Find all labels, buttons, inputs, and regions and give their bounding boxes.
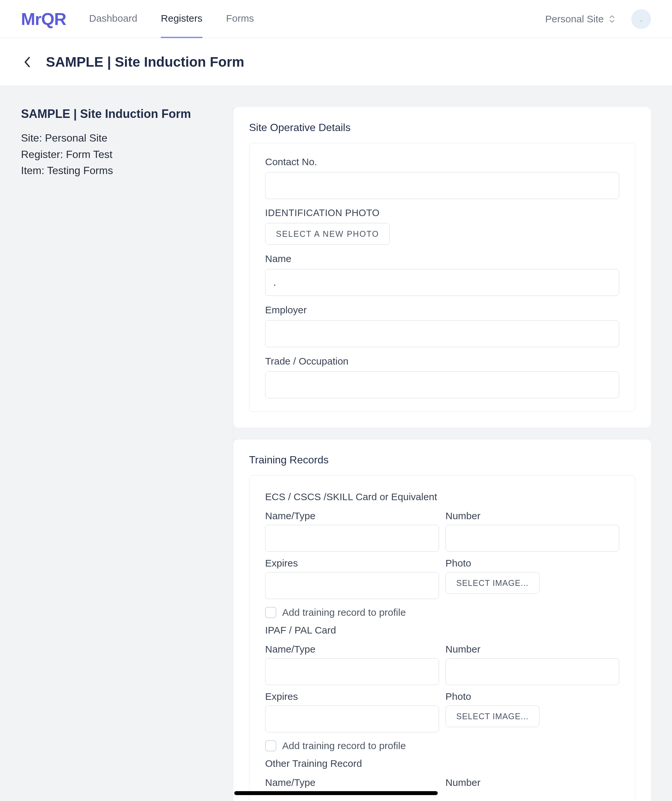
nav-tabs: Dashboard Registers Forms <box>89 0 545 38</box>
label-g0-expires: Expires <box>265 558 439 569</box>
input-trade[interactable] <box>265 372 619 398</box>
input-g1-expires[interactable] <box>265 705 439 732</box>
card-title-operative: Site Operative Details <box>249 122 635 134</box>
panel-training: ECS / CSCS /SKILL Card or Equivalent Nam… <box>249 475 635 801</box>
back-button[interactable] <box>21 56 34 69</box>
label-g1-photo: Photo <box>446 691 619 702</box>
select-image-button-0[interactable]: Select image... <box>446 572 539 594</box>
input-g0-number[interactable] <box>446 525 619 552</box>
form-main: Site Operative Details Contact No. IDENT… <box>233 107 651 801</box>
training-group-heading-0: ECS / CSCS /SKILL Card or Equivalent <box>265 491 619 502</box>
select-image-button-1[interactable]: Select image... <box>446 705 539 727</box>
chevron-up-down-icon <box>608 14 616 24</box>
select-photo-button[interactable]: Select a new photo <box>265 223 390 244</box>
label-name: Name <box>265 253 619 264</box>
label-contact: Contact No. <box>265 156 619 167</box>
input-employer[interactable] <box>265 320 619 347</box>
label-g1-number: Number <box>446 644 619 655</box>
label-employer: Employer <box>265 304 619 315</box>
site-selector[interactable]: Personal Site <box>545 13 616 25</box>
input-name[interactable] <box>265 269 619 296</box>
label-trade: Trade / Occupation <box>265 355 619 367</box>
input-g1-name[interactable] <box>265 658 439 685</box>
home-indicator <box>234 791 438 795</box>
label-g1-expires: Expires <box>265 691 439 702</box>
site-selector-label: Personal Site <box>545 13 604 25</box>
meta-register-label: Register: <box>21 148 63 160</box>
input-contact[interactable] <box>265 172 619 199</box>
top-nav: MrQR Dashboard Registers Forms Personal … <box>0 0 672 38</box>
input-g1-number[interactable] <box>446 658 619 685</box>
tab-dashboard[interactable]: Dashboard <box>89 0 138 38</box>
page-title: SAMPLE | Site Induction Form <box>46 54 244 70</box>
meta-item-label: Item: <box>21 164 44 176</box>
checkbox-add-profile-0[interactable] <box>265 607 276 618</box>
checkbox-add-profile-1[interactable] <box>265 740 276 751</box>
label-g0-name: Name/Type <box>265 510 439 521</box>
card-training-records: Training Records ECS / CSCS /SKILL Card … <box>233 439 651 801</box>
meta-item: Item: Testing Forms <box>21 162 220 179</box>
meta-register-value: Form Test <box>66 148 112 160</box>
panel-operative: Contact No. IDENTIFICATION PHOTO Select … <box>249 143 635 412</box>
meta-site-value: Personal Site <box>45 132 107 144</box>
training-group-heading-1: IPAF / PAL Card <box>265 625 619 636</box>
logo: MrQR <box>21 9 66 29</box>
label-g2-name: Name/Type <box>265 777 439 788</box>
page-header: SAMPLE | Site Induction Form <box>0 38 672 86</box>
card-title-training: Training Records <box>249 454 635 466</box>
label-add-profile-1: Add training record to profile <box>282 740 406 751</box>
card-site-operative-details: Site Operative Details Contact No. IDENT… <box>233 107 651 428</box>
chevron-left-icon <box>23 56 32 69</box>
form-meta-title: SAMPLE | Site Induction Form <box>21 107 220 121</box>
label-id-photo: IDENTIFICATION PHOTO <box>265 207 619 219</box>
label-g0-photo: Photo <box>446 558 619 569</box>
avatar[interactable]: . <box>631 9 651 29</box>
meta-site-label: Site: <box>21 132 42 144</box>
label-add-profile-0: Add training record to profile <box>282 607 406 618</box>
tab-registers[interactable]: Registers <box>161 0 202 38</box>
label-g1-name: Name/Type <box>265 644 439 655</box>
input-g0-expires[interactable] <box>265 572 439 599</box>
training-group-heading-2: Other Training Record <box>265 758 619 769</box>
form-meta-sidebar: SAMPLE | Site Induction Form Site: Perso… <box>21 107 233 801</box>
input-g0-name[interactable] <box>265 525 439 552</box>
meta-site: Site: Personal Site <box>21 130 220 146</box>
tab-forms[interactable]: Forms <box>226 0 254 38</box>
label-g2-number: Number <box>446 777 619 788</box>
meta-register: Register: Form Test <box>21 146 220 163</box>
meta-item-value: Testing Forms <box>47 164 113 176</box>
label-g0-number: Number <box>446 510 619 521</box>
